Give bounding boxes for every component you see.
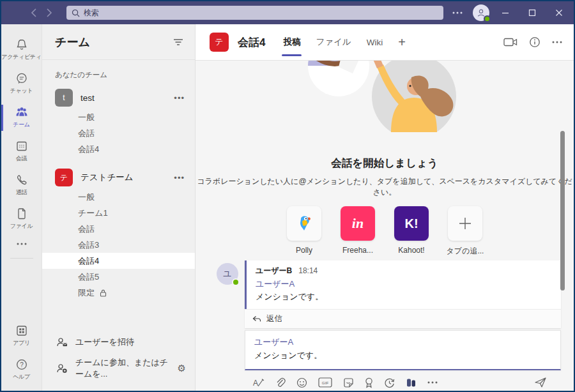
message-post: ユ ユーザーB18:14 ユーザーA メンションです。 bbox=[217, 260, 561, 328]
close-button[interactable] bbox=[548, 4, 570, 21]
gif-icon[interactable]: GIF bbox=[318, 377, 332, 388]
channel-row[interactable]: 会話5 bbox=[42, 269, 195, 285]
channel-info-icon[interactable] bbox=[529, 36, 540, 48]
rail-item-activity[interactable]: アクティビティ bbox=[1, 33, 42, 67]
send-icon[interactable] bbox=[534, 377, 547, 388]
mention-link[interactable]: ユーザーA bbox=[256, 278, 552, 290]
channel-avatar: テ bbox=[210, 33, 229, 52]
rail-item-meetings[interactable]: 会議 bbox=[1, 135, 42, 169]
add-person-icon bbox=[56, 363, 68, 373]
manage-teams-gear-icon[interactable]: ⚙ bbox=[178, 363, 186, 374]
tab-wiki[interactable]: Wiki bbox=[367, 24, 383, 60]
team-more-icon[interactable]: ••• bbox=[174, 93, 185, 103]
channel-header: テ 会話4 投稿 ファイル Wiki + bbox=[195, 24, 574, 61]
maximize-button[interactable] bbox=[521, 4, 543, 21]
titlebar-more-icon[interactable] bbox=[447, 9, 468, 17]
channel-row[interactable]: 一般 bbox=[42, 189, 195, 205]
help-icon: ? bbox=[15, 358, 28, 371]
compose-input[interactable]: ユーザーA メンションです。 bbox=[245, 330, 561, 370]
app-tile-kahoot[interactable]: K! Kahoot! bbox=[392, 206, 431, 257]
polly-icon bbox=[287, 206, 321, 241]
teams-sidebar: チーム あなたのチーム t test ••• 一般 会話 会話4 テ テストチー… bbox=[42, 24, 195, 391]
svg-text:GIF: GIF bbox=[322, 381, 329, 385]
message-avatar: ユ bbox=[217, 263, 238, 285]
message-author: ユーザーB bbox=[256, 266, 292, 275]
app-tile-label: タブの追... bbox=[447, 246, 484, 257]
calendar-icon bbox=[15, 140, 28, 153]
app-tile-add-tab[interactable]: タブの追... bbox=[445, 206, 485, 257]
presence-badge bbox=[484, 15, 491, 22]
presence-badge bbox=[232, 278, 240, 286]
user-avatar[interactable] bbox=[473, 4, 489, 21]
rail-item-help[interactable]: ? ヘルプ bbox=[1, 353, 42, 387]
plus-icon bbox=[448, 206, 482, 241]
kahoot-icon: K! bbox=[394, 206, 429, 241]
search-input[interactable] bbox=[84, 8, 438, 17]
channel-row[interactable]: 会話 bbox=[42, 125, 195, 141]
add-tab-button[interactable]: + bbox=[398, 35, 406, 50]
format-icon[interactable]: A bbox=[252, 377, 264, 388]
tab-posts[interactable]: 投稿 bbox=[283, 24, 300, 60]
empty-state-title: 会話を開始しましょう bbox=[195, 156, 574, 170]
rail-label: 通話 bbox=[16, 188, 27, 197]
app-tile-label: Polly bbox=[296, 246, 312, 255]
app-tile-polly[interactable]: Polly bbox=[284, 206, 324, 257]
emoji-icon[interactable] bbox=[296, 377, 307, 388]
reply-button[interactable]: 返信 bbox=[245, 309, 561, 328]
team-row-test[interactable]: t test ••• bbox=[42, 86, 195, 109]
channel-row[interactable]: 一般 bbox=[42, 109, 195, 125]
minimize-button[interactable] bbox=[494, 4, 516, 21]
rail-item-files[interactable]: ファイル bbox=[1, 202, 42, 236]
praise-icon[interactable] bbox=[365, 377, 373, 388]
channel-more-icon[interactable] bbox=[552, 41, 562, 43]
join-create-team-label: チームに参加、またはチームを... bbox=[75, 357, 170, 380]
svg-text:?: ? bbox=[20, 361, 24, 368]
tab-files[interactable]: ファイル bbox=[316, 24, 351, 60]
team-name: test bbox=[80, 93, 166, 103]
rail-label: アプリ bbox=[13, 339, 30, 347]
rail-label: ヘルプ bbox=[13, 373, 30, 381]
chat-icon bbox=[15, 72, 28, 85]
rail-item-calls[interactable]: 通話 bbox=[1, 169, 42, 202]
empty-state-subtitle: コラボレーションしたい人に@メンションしたり、タブを追加して、スペースをカスタマ… bbox=[195, 176, 574, 198]
rail-label: チーム bbox=[13, 121, 30, 129]
rail-more-icon[interactable] bbox=[17, 236, 27, 252]
team-more-icon[interactable]: ••• bbox=[174, 173, 185, 183]
compose-mention: ユーザーA bbox=[254, 336, 551, 348]
scrollbar-thumb[interactable] bbox=[560, 131, 565, 290]
channel-row-selected[interactable]: 会話4 bbox=[42, 253, 195, 269]
channel-row[interactable]: 会話 bbox=[42, 221, 195, 237]
back-icon[interactable] bbox=[31, 8, 37, 17]
meet-video-icon[interactable] bbox=[503, 37, 518, 47]
team-list: あなたのチーム t test ••• 一般 会話 会話4 テ テストチーム ••… bbox=[42, 60, 195, 328]
channel-row[interactable]: 限定 bbox=[42, 285, 195, 301]
file-icon bbox=[15, 207, 28, 220]
rail-label: アクティビティ bbox=[1, 53, 41, 61]
channel-row[interactable]: 会話3 bbox=[42, 237, 195, 253]
team-row-test-team[interactable]: テ テストチーム ••• bbox=[42, 166, 195, 189]
compose-more-icon[interactable] bbox=[427, 381, 438, 384]
stream-app-icon[interactable] bbox=[406, 377, 417, 388]
channel-title: 会話4 bbox=[238, 35, 265, 50]
app-tile-freehand[interactable]: in Freeha... bbox=[338, 206, 378, 257]
attach-icon[interactable] bbox=[275, 377, 286, 388]
message-card[interactable]: ユーザーB18:14 ユーザーA メンションです。 返信 bbox=[245, 260, 561, 328]
join-create-team-button[interactable]: チームに参加、またはチームを... ⚙ bbox=[42, 352, 195, 384]
rail-item-teams[interactable]: チーム bbox=[1, 101, 42, 135]
sticker-icon[interactable] bbox=[343, 377, 354, 388]
forward-icon[interactable] bbox=[46, 8, 52, 17]
rail-item-chat[interactable]: チャット bbox=[1, 67, 42, 101]
reply-arrow-icon bbox=[252, 315, 261, 322]
rail-item-apps[interactable]: アプリ bbox=[1, 319, 42, 353]
compose-text: メンションです。 bbox=[254, 350, 551, 361]
rail-divider bbox=[10, 258, 33, 259]
filter-icon[interactable] bbox=[173, 38, 183, 46]
channel-row[interactable]: 会話4 bbox=[42, 141, 195, 157]
search-box[interactable] bbox=[66, 6, 443, 20]
channel-row[interactable]: チーム1 bbox=[42, 205, 195, 221]
invite-users-button[interactable]: ユーザーを招待 bbox=[42, 332, 195, 352]
schedule-icon[interactable] bbox=[384, 377, 395, 388]
channel-main: テ 会話4 投稿 ファイル Wiki + bbox=[195, 24, 574, 391]
search-icon bbox=[72, 9, 80, 17]
reply-label: 返信 bbox=[266, 313, 282, 324]
